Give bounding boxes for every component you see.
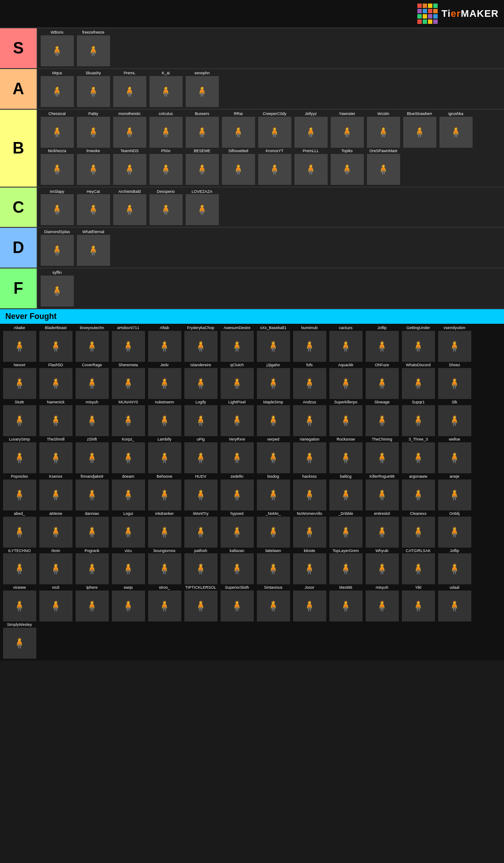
list-item[interactable]: WhatsDiscord🧍	[401, 363, 436, 399]
list-item[interactable]: Lambify🧍	[147, 437, 182, 473]
list-item[interactable]: Supqr1🧍	[401, 400, 436, 436]
list-item[interactable]: cxlculus🧍	[148, 111, 183, 148]
list-item[interactable]: ILYTECHNO🧍	[2, 548, 37, 585]
list-item[interactable]: MUNANY0🧍	[111, 400, 146, 436]
list-item[interactable]: iloveyoutechn🧍	[74, 326, 110, 362]
list-item[interactable]: hypoed🧍	[219, 511, 255, 548]
list-item[interactable]: DiamondSplas🧍	[39, 230, 75, 266]
list-item[interactable]: fofs🧍	[292, 363, 327, 399]
list-item[interactable]: TIPTICKLERSOL🧍	[183, 585, 218, 621]
list-item[interactable]: Abake🧍	[2, 326, 37, 362]
list-item[interactable]: Nexort🧍	[2, 363, 37, 399]
list-item[interactable]: cactuzs🧍	[328, 326, 363, 362]
list-item[interactable]: VeryRxre🧍	[219, 437, 255, 473]
list-item[interactable]: OreSPawnMast🧍	[366, 149, 401, 185]
list-item[interactable]: doeam🧍	[111, 474, 146, 510]
list-item[interactable]: xXx_Baseball1🧍	[256, 326, 291, 362]
list-item[interactable]: entireslol🧍	[364, 511, 400, 548]
list-item[interactable]: misyuh🧍	[364, 585, 400, 621]
list-item[interactable]: CreeperC0dy🧍	[257, 111, 292, 148]
list-item[interactable]: MapleSimp🧍	[256, 400, 291, 436]
list-item[interactable]: TeamNDS🧍	[112, 149, 147, 185]
list-item[interactable]: LightPixel🧍	[219, 400, 255, 436]
list-item[interactable]: Onblij🧍	[437, 511, 472, 548]
list-item[interactable]: misyuh🧍	[74, 400, 110, 436]
list-item[interactable]: nuketownn🧍	[147, 400, 182, 436]
list-item[interactable]: argonaww🧍	[401, 474, 436, 510]
list-item[interactable]: ImSlapy🧍	[39, 189, 75, 226]
list-item[interactable]: Yawnster🧍	[329, 111, 365, 148]
list-item[interactable]: Namenick🧍	[38, 400, 73, 436]
list-item[interactable]: Topiks🧍	[329, 149, 365, 185]
list-item[interactable]: patfosh🧍	[183, 548, 218, 585]
list-item[interactable]: vizu🧍	[111, 548, 146, 585]
list-item[interactable]: LOVEZAZA🧍	[184, 189, 220, 226]
list-item[interactable]: AwesumDestre🧍	[219, 326, 255, 362]
list-item[interactable]: Korpz_🧍	[111, 437, 146, 473]
list-item[interactable]: TheChining🧍	[364, 437, 400, 473]
list-item[interactable]: Sintavious🧍	[256, 585, 291, 621]
list-item[interactable]: uPig🧍	[183, 437, 218, 473]
list-item[interactable]: lmwoke🧍	[76, 149, 111, 185]
list-item[interactable]: 3_Three_3🧍	[401, 437, 436, 473]
list-item[interactable]: BESEME🧍	[184, 149, 220, 185]
list-item[interactable]: PremLLL🧍	[293, 149, 328, 185]
list-item[interactable]: NoWomenAllo🧍	[292, 511, 327, 548]
list-item[interactable]: finnandjake9🧍	[74, 474, 110, 510]
list-item[interactable]: qClutch🧍	[219, 363, 255, 399]
list-item[interactable]: vsemilyu6im🧍	[437, 326, 472, 362]
list-item[interactable]: OhFuze🧍	[364, 363, 400, 399]
list-item[interactable]: Behoove🧍	[147, 474, 182, 510]
list-item[interactable]: Pogrank🧍	[74, 548, 110, 585]
list-item[interactable]: Jellyyz🧍	[293, 111, 328, 148]
list-item[interactable]: Logui🧍	[111, 511, 146, 548]
list-item[interactable]: Andzus🧍	[292, 400, 327, 436]
list-item[interactable]: swqs🧍	[111, 585, 146, 621]
list-item[interactable]: Ph0o🧍	[148, 149, 183, 185]
list-item[interactable]: monotheistic🧍	[112, 111, 147, 148]
list-item[interactable]: Flash5D🧍	[38, 363, 73, 399]
list-item[interactable]: Joflip🧍	[437, 548, 472, 585]
list-item[interactable]: Rocksnow🧍	[328, 437, 363, 473]
list-item[interactable]: Ksenox🧍	[38, 474, 73, 510]
list-item[interactable]: BlueStrawberr🧍	[402, 111, 437, 148]
list-item[interactable]: Mqca🧍	[39, 71, 75, 107]
list-item[interactable]: tphere🧍	[74, 585, 110, 621]
list-item[interactable]: danniao🧍	[74, 511, 110, 548]
list-item[interactable]: Whyuki🧍	[364, 548, 400, 585]
list-item[interactable]: Josor🧍	[292, 585, 327, 621]
list-item[interactable]: Aftab🧍	[147, 326, 182, 362]
list-item[interactable]: boungiornos🧍	[147, 548, 182, 585]
list-item[interactable]: aneje🧍	[437, 474, 472, 510]
list-item[interactable]: Nickhezza🧍	[39, 149, 75, 185]
list-item[interactable]: Aquackk🧍	[328, 363, 363, 399]
list-item[interactable]: Logify🧍	[183, 400, 218, 436]
list-item[interactable]: Wcstin🧍	[366, 111, 401, 148]
list-item[interactable]: Dessperio🧍	[148, 189, 183, 226]
list-item[interactable]: zedefin🧍	[219, 474, 255, 510]
list-item[interactable]: HeyCat🧍	[76, 189, 111, 226]
list-item[interactable]: BladerBeast🧍	[38, 326, 73, 362]
list-item[interactable]: TheShmill🧍	[38, 437, 73, 473]
list-item[interactable]: udaal🧍	[437, 585, 472, 621]
list-item[interactable]: jJjigaho🧍	[256, 363, 291, 399]
list-item[interactable]: zShift🧍	[74, 437, 110, 473]
list-item[interactable]: Sheremeta🧍	[111, 363, 146, 399]
list-item[interactable]: CATGIRLSAK🧍	[401, 548, 436, 585]
list-item[interactable]: _Dribble🧍	[328, 511, 363, 548]
list-item[interactable]: Pattiy🧍	[76, 111, 111, 148]
list-item[interactable]: Joflip🧍	[364, 326, 400, 362]
list-item[interactable]: Cleanexx🧍	[401, 511, 436, 548]
list-item[interactable]: viceww🧍	[2, 585, 37, 621]
list-item[interactable]: bisdog🧍	[256, 474, 291, 510]
list-item[interactable]: GettingUnder🧍	[401, 326, 436, 362]
list-item[interactable]: Silhouetted🧍	[221, 149, 256, 185]
list-item[interactable]: xenophn🧍	[184, 71, 220, 107]
list-item[interactable]: RRai🧍	[221, 111, 256, 148]
list-item[interactable]: SuperiorSloth🧍	[219, 585, 255, 621]
list-item[interactable]: Yikl🧍	[401, 585, 436, 621]
list-item[interactable]: Slk🧍	[437, 400, 472, 436]
list-item[interactable]: Stuttr🧍	[2, 400, 37, 436]
list-item[interactable]: ArchieIsBald🧍	[112, 189, 147, 226]
list-item[interactable]: syffin🧍	[39, 270, 75, 307]
